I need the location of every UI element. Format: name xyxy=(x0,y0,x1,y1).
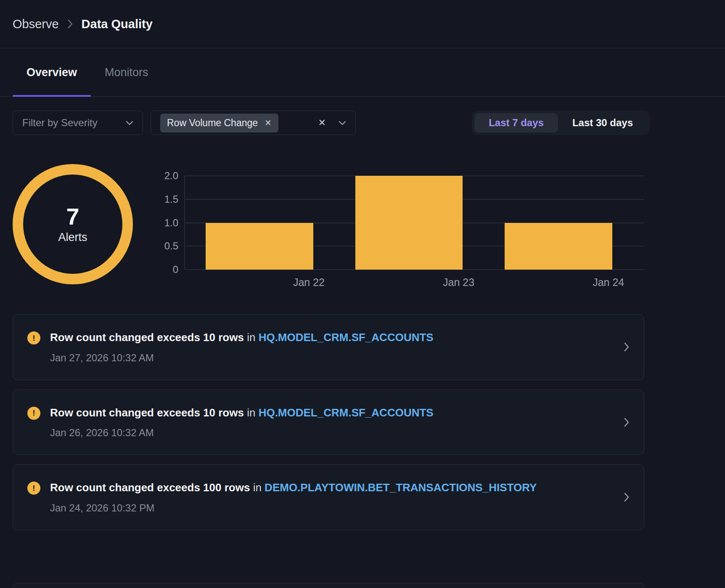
y-tick-label: 1.0 xyxy=(164,217,178,229)
alert-timestamp: Jan 27, 2026 10:32 AM xyxy=(50,352,624,364)
clear-filter-icon[interactable]: ✕ xyxy=(318,117,326,128)
alerts-list: ! Row count changed exceeds 10 rows in H… xyxy=(13,314,644,530)
alert-title: Row count changed exceeds 10 rows in HQ.… xyxy=(50,406,624,420)
bar-jan-23[interactable] xyxy=(355,176,463,270)
chevron-right-icon[interactable] xyxy=(624,417,630,427)
alerts-donut: 7 Alerts xyxy=(13,164,133,284)
filter-chip-row-volume-change[interactable]: Row Volume Change ✕ xyxy=(160,114,278,132)
alert-connector: in xyxy=(253,481,262,494)
warning-icon: ! xyxy=(27,482,40,495)
bar-jan-22[interactable] xyxy=(206,223,313,270)
y-tick-label: 1.5 xyxy=(164,193,178,205)
severity-filter-dropdown[interactable]: Filter by Severity xyxy=(13,111,143,135)
alerts-bar-chart: 00.51.01.52.0 Jan 22Jan 23Jan 24 xyxy=(146,176,644,289)
alert-title-text: Row count changed exceeds 10 rows xyxy=(50,406,244,419)
alert-target-link[interactable]: HQ.MODEL_CRM.SF_ACCOUNTS xyxy=(259,406,434,419)
time-range-last-30-days[interactable]: Last 30 days xyxy=(558,113,647,132)
filter-chip-label: Row Volume Change xyxy=(167,117,258,129)
x-tick-label: Jan 24 xyxy=(593,276,624,289)
alert-title-text: Row count changed exceeds 100 rows xyxy=(50,481,250,494)
y-tick-label: 0.5 xyxy=(164,240,178,252)
alert-body: Row count changed exceeds 10 rows in HQ.… xyxy=(50,406,624,439)
alert-card[interactable]: ! Row count changed exceeds 10 rows in H… xyxy=(13,389,644,456)
chevron-down-icon xyxy=(126,121,133,125)
y-axis: 00.51.01.52.0 xyxy=(146,176,184,270)
breadcrumb-observe[interactable]: Observe xyxy=(13,17,59,31)
breadcrumb: Observe Data Quality xyxy=(13,17,153,31)
severity-filter-placeholder: Filter by Severity xyxy=(22,117,98,129)
header: Observe Data Quality xyxy=(0,0,725,48)
alert-connector: in xyxy=(247,406,255,419)
monitor-type-filter-dropdown[interactable]: Row Volume Change ✕ ✕ xyxy=(151,111,356,135)
chevron-right-icon[interactable] xyxy=(624,492,630,502)
alert-target-link[interactable]: HQ.MODEL_CRM.SF_ACCOUNTS xyxy=(259,331,434,344)
bar-jan-24[interactable] xyxy=(505,223,612,270)
alert-card[interactable]: ! Row count changed exceeds 100 rows in … xyxy=(13,464,644,530)
tab-overview[interactable]: Overview xyxy=(13,48,91,96)
breadcrumb-separator-icon xyxy=(67,19,73,29)
y-tick-label: 2.0 xyxy=(164,170,178,182)
alert-title: Row count changed exceeds 10 rows in HQ.… xyxy=(50,331,624,344)
alert-body: Row count changed exceeds 10 rows in HQ.… xyxy=(50,331,624,364)
x-tick-label: Jan 23 xyxy=(443,276,474,289)
time-range-toggle: Last 7 days Last 30 days xyxy=(472,111,650,135)
alert-timestamp: Jan 26, 2026 10:32 AM xyxy=(50,427,624,439)
chip-remove-icon[interactable]: ✕ xyxy=(265,119,272,127)
alerts-count-label: Alerts xyxy=(58,231,87,244)
alert-title-text: Row count changed exceeds 10 rows xyxy=(50,331,244,344)
x-tick-label: Jan 22 xyxy=(293,276,325,289)
alerts-summary: 7 Alerts xyxy=(13,164,133,284)
alert-title: Row count changed exceeds 100 rows in DE… xyxy=(50,481,624,495)
time-range-last-7-days[interactable]: Last 7 days xyxy=(474,113,558,132)
y-tick-label: 0 xyxy=(173,264,178,275)
tab-monitors[interactable]: Monitors xyxy=(91,48,162,96)
alert-connector: in xyxy=(247,331,255,344)
alert-body: Row count changed exceeds 100 rows in DE… xyxy=(50,481,624,514)
warning-icon: ! xyxy=(27,407,40,420)
page-title: Data Quality xyxy=(82,17,153,31)
chevron-right-icon[interactable] xyxy=(624,342,630,352)
alert-target-link[interactable]: DEMO.PLAYTOWIN.BET_TRANSACTIONS_HISTORY xyxy=(265,481,537,494)
warning-icon: ! xyxy=(27,331,40,344)
next-alert-card-partial[interactable] xyxy=(13,583,644,588)
chevron-down-icon xyxy=(339,121,346,125)
alert-card[interactable]: ! Row count changed exceeds 10 rows in H… xyxy=(13,314,644,380)
filter-row: Filter by Severity Row Volume Change ✕ ✕… xyxy=(13,111,650,135)
chart-section: 7 Alerts 00.51.01.52.0 Jan 22Jan 23Jan 2… xyxy=(13,164,644,289)
tab-bar: Overview Monitors xyxy=(0,48,725,97)
x-axis: Jan 22Jan 23Jan 24 xyxy=(184,270,644,289)
alert-timestamp: Jan 24, 2026 10:32 PM xyxy=(50,502,624,514)
alerts-count: 7 xyxy=(66,204,79,229)
bar-chart-plot xyxy=(184,176,644,270)
